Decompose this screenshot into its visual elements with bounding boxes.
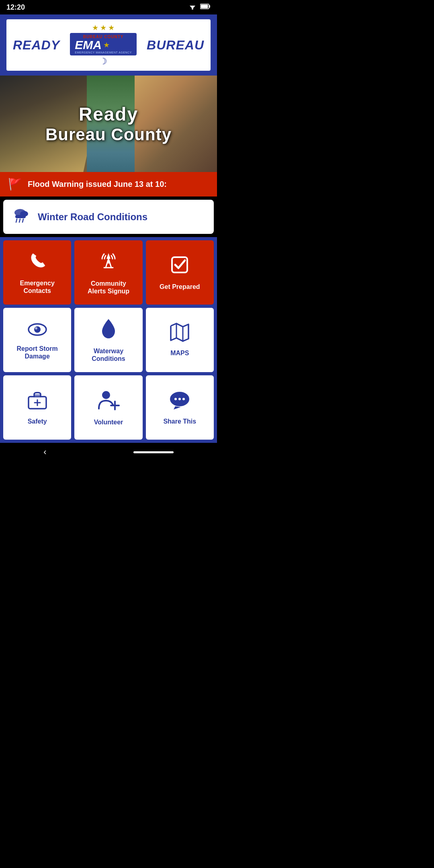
person-plus-icon — [97, 389, 120, 414]
svg-point-31 — [174, 398, 177, 400]
ema-subtitle: EMERGENCY MANAGEMENT AGENCY — [75, 51, 132, 54]
cloud-rain-icon — [11, 207, 31, 227]
get-prepared-label: Get Prepared — [160, 283, 200, 291]
status-bar: 12:20 — [0, 0, 217, 14]
road-conditions-label: Winter Road Conditions — [38, 211, 147, 223]
stars-row: ★ ★ ★ — [92, 23, 115, 32]
map-icon — [168, 323, 191, 345]
grid-middle: Report StormDamage WaterwayConditions MA… — [0, 308, 217, 375]
waterway-conditions-button[interactable]: WaterwayConditions — [74, 308, 142, 372]
community-alerts-button[interactable]: CommunityAlerts Signup — [74, 240, 142, 305]
grid-bottom: Safety Volunteer Share This — [0, 375, 217, 443]
svg-point-21 — [35, 327, 37, 330]
hero-banner: Ready Bureau County — [0, 76, 217, 172]
phone-icon — [27, 250, 48, 275]
ema-box: BUREAU COUNTY EMA ★ EMERGENCY MANAGEMENT… — [70, 33, 137, 55]
tower-icon — [98, 250, 119, 276]
maps-label: MAPS — [170, 349, 189, 357]
checkbox-icon — [169, 254, 190, 279]
wifi-icon — [188, 3, 197, 11]
eye-icon — [26, 320, 49, 341]
header-inner: READY ★ ★ ★ BUREAU COUNTY EMA ★ EMERGENC… — [6, 19, 211, 71]
header-ema-logo: ★ ★ ★ BUREAU COUNTY EMA ★ EMERGENCY MANA… — [70, 23, 137, 67]
community-alerts-label: CommunityAlerts Signup — [88, 280, 129, 295]
svg-point-33 — [182, 398, 185, 400]
hero-title-line2: Bureau County — [45, 125, 172, 144]
ema-star-icon: ★ — [103, 41, 110, 49]
ema-text: EMA — [75, 39, 102, 51]
star-3: ★ — [108, 23, 115, 32]
svg-marker-17 — [106, 253, 111, 259]
waterway-conditions-label: WaterwayConditions — [92, 347, 125, 362]
status-icons — [188, 3, 211, 11]
report-storm-label: Report StormDamage — [17, 345, 58, 360]
volunteer-label: Volunteer — [94, 418, 123, 426]
emergency-contacts-button[interactable]: EmergencyContacts — [3, 240, 71, 305]
app-header: READY ★ ★ ★ BUREAU COUNTY EMA ★ EMERGENC… — [0, 14, 217, 76]
safety-button[interactable]: Safety — [3, 375, 71, 440]
volunteer-button[interactable]: Volunteer — [74, 375, 142, 440]
bottom-nav: ‹ — [0, 443, 217, 464]
safety-label: Safety — [28, 418, 47, 425]
alert-flag-icon: 🚩 — [8, 178, 22, 191]
header-bureau-right: BUREAU — [147, 38, 204, 53]
moon-arc: ☽ — [99, 56, 107, 67]
svg-line-10 — [19, 219, 20, 222]
header-ready-left: READY — [13, 38, 60, 53]
emergency-contacts-label: EmergencyContacts — [20, 279, 55, 295]
alert-banner[interactable]: 🚩 Flood Warning issued June 13 at 10: — [0, 172, 217, 197]
maps-button[interactable]: MAPS — [146, 308, 214, 372]
status-time: 12:20 — [6, 3, 25, 12]
alert-text: Flood Warning issued June 13 at 10: — [28, 180, 167, 189]
drop-icon — [100, 317, 117, 343]
svg-rect-5 — [209, 5, 210, 8]
grid-top: EmergencyContacts CommunityAlerts Signup… — [0, 237, 217, 308]
star-1: ★ — [92, 23, 98, 32]
svg-line-11 — [23, 219, 23, 222]
back-button[interactable]: ‹ — [43, 447, 46, 457]
get-prepared-button[interactable]: Get Prepared — [146, 240, 214, 305]
briefcase-icon — [26, 389, 49, 414]
share-this-label: Share This — [163, 418, 196, 425]
svg-point-32 — [178, 398, 181, 400]
battery-icon — [200, 4, 211, 11]
hero-text: Ready Bureau County — [45, 103, 172, 144]
home-bar[interactable] — [133, 451, 174, 453]
hero-title-line1: Ready — [45, 103, 172, 125]
star-2: ★ — [100, 23, 106, 32]
svg-point-27 — [102, 391, 110, 399]
svg-rect-8 — [15, 215, 26, 218]
svg-rect-4 — [201, 5, 208, 8]
svg-line-9 — [16, 219, 17, 222]
svg-point-2 — [192, 8, 193, 10]
road-conditions-button[interactable]: Winter Road Conditions — [3, 200, 214, 234]
report-storm-button[interactable]: Report StormDamage — [3, 308, 71, 372]
share-this-button[interactable]: Share This — [146, 375, 214, 440]
svg-point-20 — [34, 326, 41, 333]
chat-icon — [168, 389, 191, 414]
